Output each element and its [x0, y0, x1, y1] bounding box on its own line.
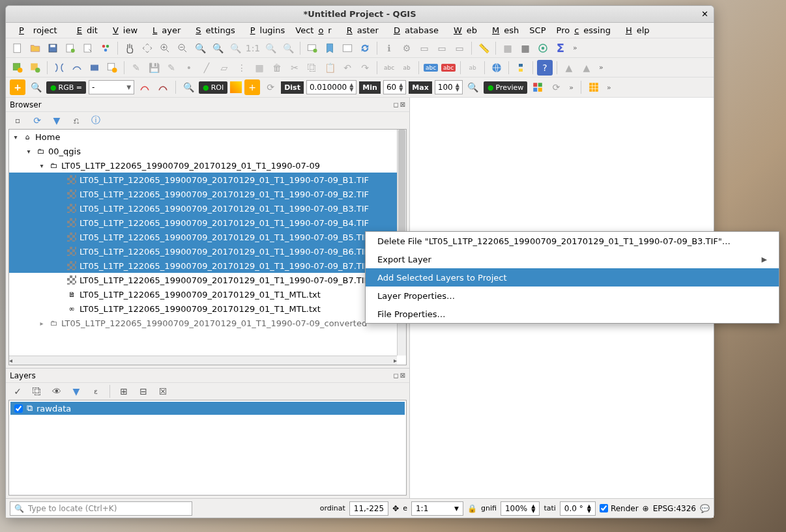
pan-icon[interactable] — [122, 40, 138, 56]
refresh-browser-icon[interactable]: ⟳ — [29, 113, 45, 128]
add-vector-icon[interactable] — [10, 60, 25, 76]
tree-home[interactable]: Home — [35, 132, 60, 142]
zoom-selection-icon[interactable]: 🔍 — [210, 40, 226, 56]
scp-classify-icon[interactable] — [530, 79, 546, 95]
label-move-icon[interactable]: abc — [423, 60, 439, 76]
layer-filter-icon[interactable]: ▼ — [68, 384, 84, 399]
menu-raster[interactable]: Raster — [338, 24, 383, 36]
menu-scp[interactable]: SCP — [525, 24, 550, 36]
render-checkbox[interactable]: Render — [600, 504, 639, 513]
ctx-layer-properties[interactable]: Layer Properties… — [366, 287, 779, 305]
layers-close-icon[interactable]: ⊠ — [400, 372, 405, 379]
label-pin-icon[interactable]: ab — [465, 60, 480, 76]
scp-plus-icon[interactable]: + — [244, 79, 260, 95]
current-edits-icon[interactable]: ✎ — [164, 60, 179, 76]
tree-file-mtl1[interactable]: 🗎LT05_L1TP_122065_19900709_20170129_01_T… — [9, 287, 406, 301]
scp-grid-icon[interactable] — [586, 79, 602, 95]
menu-edit[interactable]: Edit — [68, 24, 102, 36]
layer-remove-icon[interactable]: ☒ — [155, 384, 171, 399]
locator-input[interactable]: 🔍 Type to locate (Ctrl+K) — [10, 501, 192, 516]
stats-icon[interactable]: Σ — [553, 40, 568, 56]
new-layout-icon[interactable] — [63, 40, 78, 56]
measure-icon[interactable]: 📏 — [476, 40, 491, 56]
scp-spectral2-icon[interactable] — [155, 79, 171, 95]
dist-input[interactable]: 0.010000▲▼ — [306, 80, 357, 94]
browser-undock-icon[interactable]: ◻ — [393, 101, 398, 108]
new-bookmark-icon[interactable] — [322, 40, 338, 56]
menu-layer[interactable]: Layer — [143, 24, 185, 36]
menu-help[interactable]: Help — [617, 24, 654, 36]
layer-visibility-icon[interactable]: 👁 — [49, 384, 65, 399]
label-tool2-icon[interactable]: ab — [399, 60, 415, 76]
layer-collapse-icon[interactable]: ⊟ — [136, 384, 151, 399]
coord-input[interactable]: 11,-225 — [349, 501, 388, 516]
zoom-native-icon[interactable]: 1:1 — [245, 40, 261, 56]
scale-combo[interactable]: 1:1▼ — [411, 501, 463, 516]
properties-widget-icon[interactable]: ⓘ — [88, 113, 104, 128]
tree-folder-landsat[interactable]: LT05_L1TP_122065_19900709_20170129_01_T1… — [61, 161, 320, 171]
scp-input-icon[interactable]: + — [10, 79, 25, 95]
attributes-icon[interactable]: ▦ — [500, 40, 516, 56]
layer-style-icon[interactable]: ✓ — [10, 384, 25, 399]
label-hide-icon[interactable]: abc — [441, 60, 456, 76]
layer-add-group-icon[interactable]: ⿻ — [29, 384, 45, 399]
zoom-full-icon[interactable]: 🔍 — [192, 40, 208, 56]
scp-preview-zoom-icon[interactable]: 🔍 — [465, 79, 481, 95]
close-icon[interactable]: ✕ — [701, 9, 708, 19]
toolbox-icon[interactable] — [535, 40, 551, 56]
toggle-edit-icon[interactable]: ✎ — [128, 60, 144, 76]
messages-icon[interactable]: 💬 — [700, 504, 710, 513]
hist-icon[interactable]: ▲ — [561, 60, 577, 76]
scp-lens-icon[interactable]: 🔍 — [28, 79, 44, 95]
new-geopackage-icon[interactable] — [69, 60, 85, 76]
vertex-icon[interactable]: ⋮ — [234, 60, 250, 76]
new-map-view-icon[interactable] — [304, 40, 320, 56]
tree-file-b2[interactable]: LT05_L1TP_122065_19900709_20170129_01_T1… — [9, 187, 406, 201]
paste-icon[interactable]: 📋 — [322, 60, 338, 76]
deselect-icon[interactable]: ▭ — [452, 40, 467, 56]
new-project-icon[interactable] — [10, 40, 25, 56]
add-polygon-icon[interactable]: ▱ — [216, 60, 232, 76]
max-input[interactable]: 100▲▼ — [435, 80, 463, 94]
style-manager-icon[interactable] — [98, 40, 113, 56]
zoom-next-icon[interactable]: 🔍 — [280, 40, 296, 56]
select-value-icon[interactable]: ▭ — [434, 40, 450, 56]
menu-vector[interactable]: Vector — [291, 24, 336, 36]
tree-cutoff[interactable]: LT05_L1TP_122065_19900709_20170129_01_T1… — [61, 318, 367, 328]
action-icon[interactable]: ⚙ — [399, 40, 415, 56]
hist2-icon[interactable]: ▲ — [579, 60, 594, 76]
toolbar2-more-icon[interactable]: » — [596, 63, 606, 72]
zoom-layer-icon[interactable]: 🔍 — [227, 40, 243, 56]
open-project-icon[interactable] — [27, 40, 43, 56]
menu-project[interactable]: Project — [10, 24, 66, 36]
add-point-icon[interactable]: • — [181, 60, 197, 76]
zoom-last-icon[interactable]: 🔍 — [263, 40, 278, 56]
save-project-icon[interactable] — [45, 40, 61, 56]
tree-file-b6[interactable]: LT05_L1TP_122065_19900709_20170129_01_T1… — [9, 244, 406, 259]
menu-database[interactable]: Database — [385, 24, 443, 36]
layers-list[interactable]: ⧉ rawdata — [8, 400, 407, 496]
rgb-button[interactable]: RGB = — [46, 81, 86, 94]
filter-browser-icon[interactable]: ▼ — [49, 113, 65, 128]
redo-icon[interactable]: ↷ — [357, 60, 373, 76]
field-calc-icon[interactable]: ▦ — [517, 40, 533, 56]
scp-reload-icon[interactable]: ⟳ — [263, 79, 278, 95]
pan-selection-icon[interactable] — [139, 40, 155, 56]
copy-icon[interactable]: ⿻ — [304, 60, 320, 76]
delete-icon[interactable]: 🗑 — [269, 60, 285, 76]
menu-settings[interactable]: Settings — [186, 24, 239, 36]
layout-manager-icon[interactable] — [80, 40, 96, 56]
new-virtual-icon[interactable] — [104, 60, 120, 76]
ctx-file-properties[interactable]: File Properties… — [366, 305, 779, 323]
refresh-icon[interactable] — [357, 40, 373, 56]
tree-file-b5[interactable]: LT05_L1TP_122065_19900709_20170129_01_T1… — [9, 230, 406, 244]
modify-attrs-icon[interactable]: ▦ — [252, 60, 267, 76]
add-layer-icon[interactable]: ▫ — [10, 113, 25, 128]
add-line-icon[interactable]: ╱ — [199, 60, 214, 76]
scp-more2-icon[interactable]: » — [604, 83, 614, 92]
tree-file-b7[interactable]: LT05_L1TP_122065_19900709_20170129_01_T1… — [9, 259, 406, 273]
add-raster-icon[interactable] — [27, 60, 43, 76]
layers-undock-icon[interactable]: ◻ — [393, 372, 398, 379]
ctx-export-layer[interactable]: Export Layer▶ — [366, 250, 779, 268]
tree-file-b4[interactable]: LT05_L1TP_122065_19900709_20170129_01_T1… — [9, 216, 406, 230]
